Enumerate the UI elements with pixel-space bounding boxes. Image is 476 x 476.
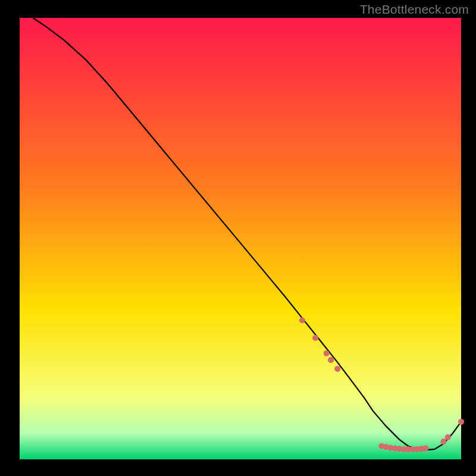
- data-marker: [312, 335, 318, 341]
- chart-container: TheBottleneck.com: [0, 0, 476, 476]
- data-marker: [299, 317, 305, 323]
- data-marker: [445, 434, 451, 440]
- data-marker: [458, 419, 464, 425]
- data-marker: [423, 445, 429, 451]
- bottleneck-chart: [0, 0, 476, 476]
- plot-background: [20, 18, 461, 459]
- data-marker: [334, 366, 340, 372]
- data-marker: [440, 439, 446, 444]
- data-marker: [324, 350, 330, 356]
- data-marker: [328, 357, 334, 363]
- plot-area: [20, 18, 464, 459]
